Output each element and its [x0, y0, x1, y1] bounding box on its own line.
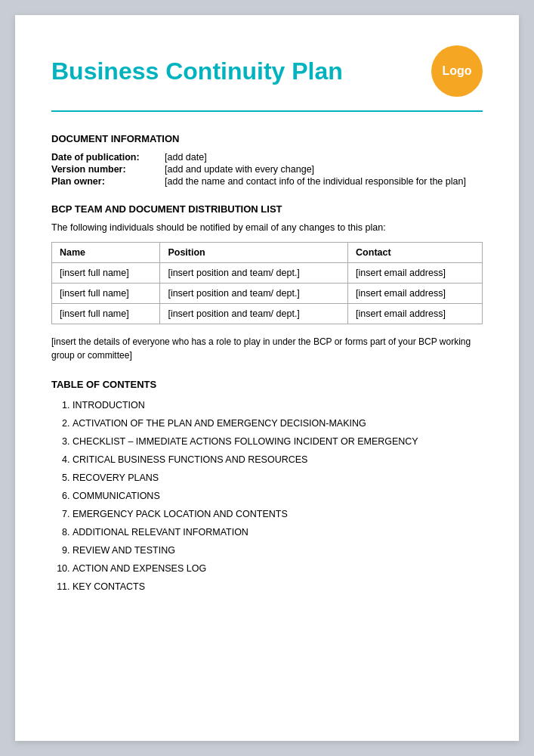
list-item: ADDITIONAL RELEVANT INFORMATION — [73, 525, 483, 540]
bcp-team-title: BCP TEAM AND DOCUMENT DISTRIBUTION LIST — [51, 203, 483, 215]
table-cell: [insert position and team/ dept.] — [160, 284, 348, 304]
table-cell: [insert email address] — [348, 263, 483, 284]
doc-info-row: Plan owner:[add the name and contact inf… — [51, 176, 483, 187]
header-divider — [51, 110, 483, 112]
table-cell: [insert full name] — [52, 304, 160, 324]
distribution-table-body: [insert full name][insert position and t… — [52, 263, 483, 324]
list-item: KEY CONTACTS — [73, 579, 483, 594]
list-item: EMERGENCY PACK LOCATION AND CONTENTS — [73, 507, 483, 522]
table-cell: [insert full name] — [52, 284, 160, 304]
page-title: Business Continuity Plan — [51, 57, 343, 85]
header: Business Continuity Plan Logo — [51, 45, 483, 97]
table-cell: [insert email address] — [348, 304, 483, 324]
distribution-header-row: NamePositionContact — [52, 243, 483, 263]
table-header-cell: Contact — [348, 243, 483, 263]
document-information-section: DOCUMENT INFORMATION Date of publication… — [51, 133, 483, 187]
doc-info-value: [add the name and contact info of the in… — [165, 176, 466, 187]
bcp-team-section: BCP TEAM AND DOCUMENT DISTRIBUTION LIST … — [51, 203, 483, 362]
bcp-description: The following individuals should be noti… — [51, 222, 483, 233]
table-header-cell: Position — [160, 243, 348, 263]
list-item: REVIEW AND TESTING — [73, 543, 483, 558]
distribution-table: NamePositionContact [insert full name][i… — [51, 242, 483, 324]
table-header-cell: Name — [52, 243, 160, 263]
doc-info-value: [add and update with every change] — [165, 164, 314, 175]
page: Business Continuity Plan Logo DOCUMENT I… — [15, 15, 519, 741]
table-row: [insert full name][insert position and t… — [52, 263, 483, 284]
toc-list: INTRODUCTIONACTIVATION OF THE PLAN AND E… — [51, 398, 483, 594]
list-item: CHECKLIST – IMMEDIATE ACTIONS FOLLOWING … — [73, 434, 483, 449]
distribution-table-header: NamePositionContact — [52, 243, 483, 263]
doc-info-row: Date of publication:[add date] — [51, 152, 483, 163]
list-item: RECOVERY PLANS — [73, 470, 483, 485]
table-cell: [insert full name] — [52, 263, 160, 284]
bcp-insert-note: [insert the details of everyone who has … — [51, 335, 483, 362]
doc-info-label: Plan owner: — [51, 176, 165, 187]
table-cell: [insert position and team/ dept.] — [160, 263, 348, 284]
table-cell: [insert position and team/ dept.] — [160, 304, 348, 324]
table-row: [insert full name][insert position and t… — [52, 284, 483, 304]
toc-title: TABLE OF CONTENTS — [51, 379, 483, 390]
document-information-title: DOCUMENT INFORMATION — [51, 133, 483, 144]
doc-info-label: Date of publication: — [51, 152, 165, 163]
list-item: INTRODUCTION — [73, 398, 483, 413]
doc-info-value: [add date] — [165, 152, 207, 163]
table-cell: [insert email address] — [348, 284, 483, 304]
toc-section: TABLE OF CONTENTS INTRODUCTIONACTIVATION… — [51, 379, 483, 594]
doc-info-label: Version number: — [51, 164, 165, 175]
doc-info-row: Version number:[add and update with ever… — [51, 164, 483, 175]
list-item: ACTION AND EXPENSES LOG — [73, 561, 483, 576]
logo: Logo — [431, 45, 483, 97]
list-item: COMMUNICATIONS — [73, 488, 483, 503]
list-item: ACTIVATION OF THE PLAN AND EMERGENCY DEC… — [73, 416, 483, 431]
list-item: CRITICAL BUSINESS FUNCTIONS AND RESOURCE… — [73, 452, 483, 467]
doc-info-table: Date of publication:[add date]Version nu… — [51, 152, 483, 187]
table-row: [insert full name][insert position and t… — [52, 304, 483, 324]
